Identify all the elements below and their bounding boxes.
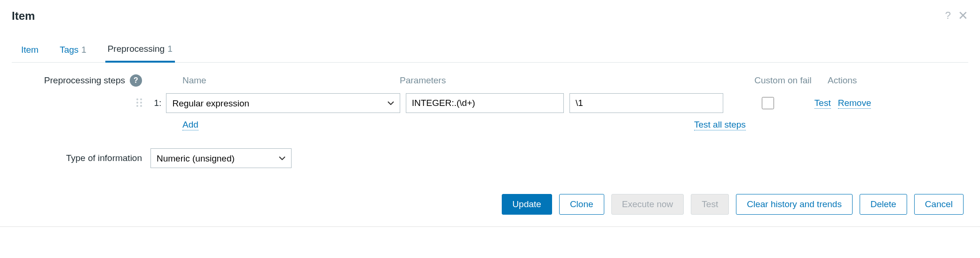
test-button: Test	[691, 194, 729, 215]
delete-button[interactable]: Delete	[860, 194, 907, 215]
svg-point-5	[140, 105, 142, 107]
remove-step-link[interactable]: Remove	[838, 98, 871, 109]
tab-bar: Item Tags 1 Preprocessing 1	[12, 39, 968, 63]
form-area: Preprocessing steps ? Name Parameters Cu…	[12, 74, 968, 215]
type-of-information-row: Type of information Numeric (unsigned)	[19, 148, 968, 168]
test-step-link[interactable]: Test	[814, 98, 831, 109]
svg-point-4	[136, 105, 138, 107]
step-param1-input[interactable]	[406, 93, 564, 113]
svg-point-1	[140, 98, 142, 100]
type-of-information-text: Type of information	[66, 153, 142, 163]
page-title: Item	[12, 9, 35, 23]
headers-row: Preprocessing steps ? Name Parameters Cu…	[19, 74, 968, 87]
col-header-name: Name	[150, 75, 400, 86]
col-header-actions: Actions	[828, 75, 898, 86]
step-body: 1: Regular expression	[135, 93, 723, 113]
custom-on-fail-checkbox[interactable]	[762, 97, 774, 109]
clear-history-button[interactable]: Clear history and trends	[736, 194, 853, 215]
tab-preprocessing[interactable]: Preprocessing 1	[105, 39, 175, 63]
svg-point-0	[136, 98, 138, 100]
step-number: 1:	[149, 98, 166, 108]
add-row-body: Add Test all steps	[150, 120, 968, 130]
step-type-select[interactable]: Regular expression	[166, 93, 400, 113]
svg-point-3	[140, 102, 142, 104]
item-dialog: Item ? ✕ Item Tags 1 Preprocessing 1 Pre…	[0, 0, 980, 227]
tab-tags[interactable]: Tags 1	[57, 39, 89, 62]
tab-item-label: Item	[21, 45, 39, 55]
step-row: 1: Regular expression Test Remove	[19, 93, 968, 113]
col-header-parameters: Parameters	[400, 75, 738, 86]
close-icon[interactable]: ✕	[958, 9, 968, 22]
tab-tags-count: 1	[81, 45, 87, 55]
preprocessing-steps-label: Preprocessing steps ?	[19, 74, 150, 87]
cancel-button[interactable]: Cancel	[914, 194, 964, 215]
type-of-information-label: Type of information	[19, 153, 150, 163]
dialog-footer: Update Clone Execute now Test Clear hist…	[19, 194, 968, 215]
col-header-custom-on-fail: Custom on fail	[738, 75, 828, 86]
svg-point-2	[136, 102, 138, 104]
columns-header: Name Parameters Custom on fail Actions	[150, 75, 898, 86]
tab-item[interactable]: Item	[19, 39, 41, 62]
step-body-wrap: 1: Regular expression Test Remove	[135, 93, 968, 113]
dialog-header: Item ? ✕	[12, 9, 968, 23]
type-of-information-select[interactable]: Numeric (unsigned)	[150, 148, 292, 168]
step-actions: Test Remove	[813, 98, 871, 109]
preprocessing-steps-text: Preprocessing steps	[44, 75, 125, 86]
tab-preprocessing-count: 1	[167, 44, 173, 54]
add-row: Add Test all steps	[19, 120, 968, 130]
update-button[interactable]: Update	[502, 194, 552, 215]
help-icon[interactable]: ?	[945, 10, 951, 21]
tab-preprocessing-label: Preprocessing	[108, 44, 165, 54]
tab-tags-label: Tags	[60, 45, 79, 55]
drag-handle-icon[interactable]	[135, 96, 149, 110]
test-all-wrap: Test all steps	[198, 120, 763, 130]
clone-button[interactable]: Clone	[559, 194, 604, 215]
test-all-steps-link[interactable]: Test all steps	[694, 120, 746, 130]
header-icons: ? ✕	[945, 9, 968, 22]
execute-now-button: Execute now	[611, 194, 684, 215]
help-badge-icon[interactable]: ?	[130, 74, 142, 87]
add-step-link[interactable]: Add	[182, 120, 198, 130]
custom-on-fail-cell	[723, 97, 813, 109]
step-param2-input[interactable]	[569, 93, 723, 113]
